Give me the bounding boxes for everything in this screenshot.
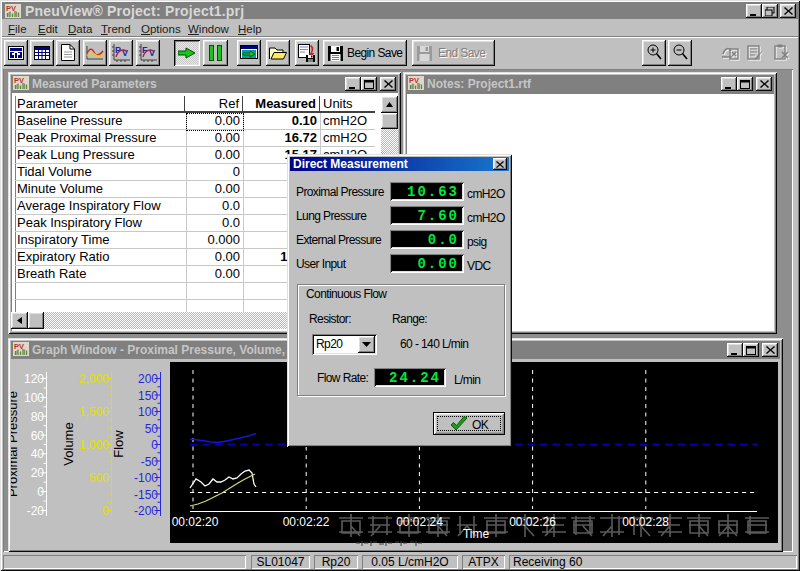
svg-text:500: 500: [89, 471, 109, 485]
svg-text:150: 150: [138, 389, 158, 403]
svg-text:-150: -150: [134, 488, 158, 502]
svg-text:00:02:28: 00:02:28: [622, 515, 669, 529]
svg-text:100: 100: [24, 391, 44, 405]
svg-text:-200: -200: [134, 504, 158, 518]
svg-text:0: 0: [151, 438, 158, 452]
svg-text:1,000: 1,000: [79, 438, 109, 452]
svg-text:20: 20: [31, 466, 45, 480]
svg-text:120: 120: [24, 372, 44, 386]
svg-text:00:02:20: 00:02:20: [172, 515, 219, 529]
svg-text:-20: -20: [27, 504, 45, 518]
svg-text:80: 80: [31, 410, 45, 424]
svg-text:2,000: 2,000: [79, 372, 109, 386]
svg-text:200: 200: [138, 372, 158, 386]
svg-text:100: 100: [138, 405, 158, 419]
svg-text:Time: Time: [463, 527, 490, 541]
svg-text:60: 60: [31, 429, 45, 443]
svg-text:40: 40: [31, 447, 45, 461]
svg-text:-100: -100: [134, 471, 158, 485]
svg-text:Flow: Flow: [111, 430, 126, 458]
svg-text:00:02:24: 00:02:24: [396, 515, 443, 529]
svg-text:Volume: Volume: [61, 422, 76, 465]
svg-text:00:02:22: 00:02:22: [283, 515, 330, 529]
svg-text:00:02:26: 00:02:26: [509, 515, 556, 529]
svg-text:Proximal Pressure: Proximal Pressure: [11, 391, 20, 497]
svg-text:-50: -50: [141, 455, 159, 469]
svg-text:0: 0: [37, 485, 44, 499]
svg-text:50: 50: [145, 422, 159, 436]
svg-text:0: 0: [102, 504, 109, 518]
svg-text:1,500: 1,500: [79, 405, 109, 419]
